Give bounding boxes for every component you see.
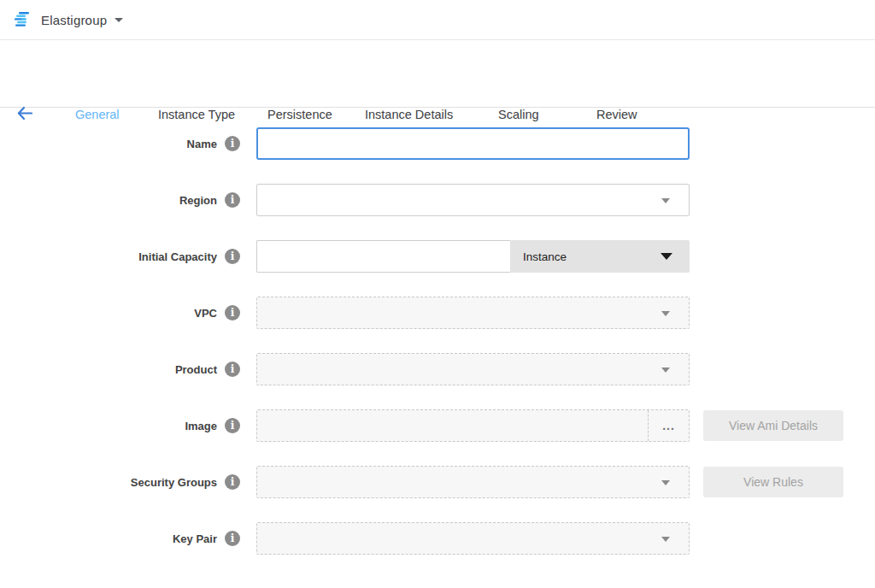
- info-icon[interactable]: i: [225, 474, 240, 490]
- info-icon[interactable]: i: [225, 192, 240, 208]
- form-row-security-groups: Security Groups i View Rules: [0, 466, 875, 498]
- info-icon[interactable]: i: [225, 136, 240, 151]
- app-switcher[interactable]: Elastigroup: [14, 11, 123, 28]
- tab-review[interactable]: Review: [596, 108, 637, 121]
- form-row-vpc: VPC i: [0, 297, 875, 329]
- chevron-down-icon: [661, 311, 670, 316]
- tab-instance-type[interactable]: Instance Type: [158, 108, 235, 121]
- region-label: Region: [179, 194, 217, 207]
- image-input: ...: [256, 409, 690, 442]
- initial-capacity-input[interactable]: [256, 240, 510, 273]
- wizard-tabbar: General Instance Type Persistence Instan…: [0, 40, 875, 108]
- tab-scaling[interactable]: Scaling: [498, 108, 539, 121]
- form-row-initial-capacity: Initial Capacity i Instance: [0, 240, 875, 273]
- view-ami-details-button[interactable]: View Ami Details: [703, 410, 843, 441]
- product-select: [256, 353, 690, 385]
- info-icon[interactable]: i: [225, 249, 240, 264]
- form-row-region: Region i: [0, 184, 875, 216]
- form-row-key-pair: Key Pair i: [0, 522, 875, 555]
- chevron-down-icon: [661, 537, 670, 542]
- topbar: Elastigroup: [0, 0, 875, 40]
- tab-persistence[interactable]: Persistence: [267, 108, 332, 121]
- elastigroup-logo-icon: [14, 11, 32, 28]
- region-select[interactable]: [256, 184, 690, 216]
- back-arrow-icon[interactable]: [16, 106, 32, 121]
- view-rules-button[interactable]: View Rules: [703, 467, 843, 497]
- name-input[interactable]: [256, 127, 690, 160]
- info-icon[interactable]: i: [225, 531, 240, 546]
- initial-capacity-label: Initial Capacity: [138, 250, 217, 263]
- form-row-image: Image i ... View Ami Details: [0, 409, 875, 442]
- vpc-select: [256, 297, 690, 329]
- key-pair-label: Key Pair: [173, 532, 217, 545]
- tab-instance-details[interactable]: Instance Details: [365, 108, 453, 121]
- info-icon[interactable]: i: [225, 362, 240, 377]
- key-pair-select: [256, 522, 690, 555]
- capacity-unit-value: Instance: [523, 250, 567, 263]
- info-icon[interactable]: i: [225, 418, 240, 433]
- chevron-down-icon: [661, 368, 670, 373]
- chevron-down-icon: [661, 198, 670, 203]
- security-groups-select: [256, 466, 690, 498]
- name-label: Name: [187, 138, 217, 150]
- vpc-label: VPC: [194, 307, 217, 320]
- chevron-down-icon: [661, 253, 672, 260]
- info-icon[interactable]: i: [225, 305, 240, 320]
- security-groups-label: Security Groups: [131, 476, 217, 489]
- form-row-product: Product i: [0, 353, 875, 385]
- general-settings-form: Name i Region i Initial Capacity i: [0, 108, 875, 555]
- chevron-down-icon: [661, 480, 670, 485]
- product-label: Product: [175, 363, 217, 376]
- capacity-unit-select[interactable]: Instance: [510, 240, 690, 273]
- tab-general[interactable]: General: [75, 108, 120, 121]
- form-row-name: Name i: [0, 127, 875, 160]
- image-label: Image: [185, 420, 217, 432]
- chevron-down-icon: [115, 18, 123, 22]
- app-name: Elastigroup: [41, 13, 107, 27]
- browse-image-button[interactable]: ...: [648, 410, 689, 441]
